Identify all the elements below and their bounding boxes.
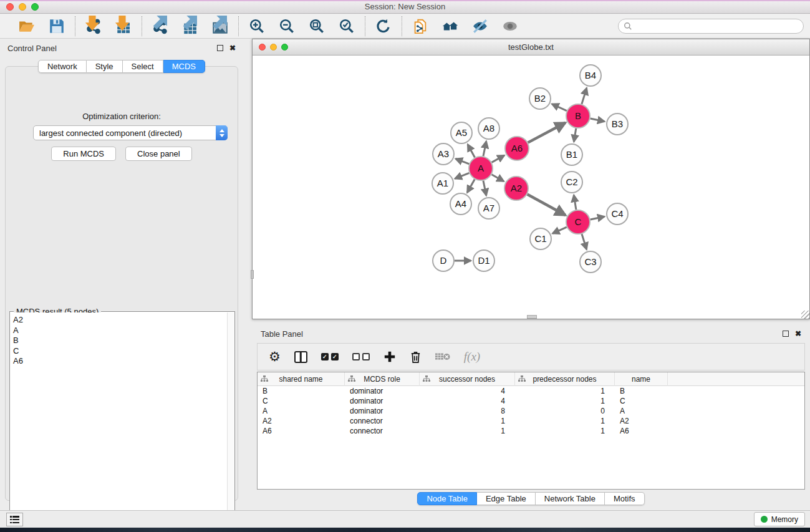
graph-edge-C-C3[interactable] — [582, 234, 587, 249]
function-builder-icon: f(x) — [464, 349, 480, 365]
table-body: Bdominator41BCdominator41CAdominator80AA… — [258, 386, 804, 436]
save-session-icon[interactable] — [47, 17, 66, 36]
float-table-panel-icon[interactable] — [783, 331, 789, 337]
tab-network-table[interactable]: Network Table — [536, 492, 605, 505]
fx-label: f(x) — [464, 350, 480, 364]
result-item[interactable]: A — [13, 326, 224, 336]
table-toolbar: ⚙ ✓✓ f(x) — [257, 343, 805, 370]
tab-node-table[interactable]: Node Table — [417, 492, 477, 505]
zoom-fit-icon[interactable] — [307, 17, 326, 36]
clone-network-icon[interactable] — [411, 17, 430, 36]
close-panel-icon[interactable]: ✖ — [229, 45, 236, 51]
graph-edge-C-C1[interactable] — [552, 227, 567, 233]
graph-node-label: B4 — [585, 70, 596, 80]
window-resize-grip[interactable] — [801, 311, 809, 319]
result-scrollbar[interactable] — [227, 312, 234, 522]
tab-motifs[interactable]: Motifs — [605, 492, 645, 505]
import-network-icon[interactable] — [84, 17, 103, 36]
graph-edge-A-A4[interactable] — [467, 179, 475, 192]
task-history-button[interactable] — [6, 513, 23, 526]
table-row[interactable]: Cdominator41C — [258, 396, 804, 406]
column-header-predecessor-nodes[interactable]: predecessor nodes — [515, 372, 615, 386]
zoom-selected-icon[interactable] — [337, 17, 356, 36]
mcds-result-list[interactable]: A2ABCA6 — [11, 312, 227, 522]
deselect-all-columns-icon[interactable] — [352, 349, 370, 365]
close-panel-button[interactable]: Close panel — [125, 147, 192, 161]
search-input[interactable] — [632, 20, 803, 32]
hide-details-icon[interactable] — [471, 17, 489, 36]
control-panel-tabs: NetworkStyleSelectMCDS — [0, 60, 243, 73]
graph-edge-A-A5[interactable] — [468, 144, 475, 157]
graph-edge-A-A7[interactable] — [483, 181, 486, 196]
graph-edge-A-A8[interactable] — [483, 142, 486, 157]
network-zoom-button[interactable] — [281, 44, 288, 51]
result-item[interactable]: C — [13, 346, 224, 357]
result-item[interactable]: A6 — [13, 356, 224, 367]
mcds-result-group: MCDS result (5 nodes) A2ABCA6 — [9, 311, 235, 523]
graph-edge-A-A6[interactable] — [492, 155, 504, 162]
graph-edge-A-A1[interactable] — [455, 173, 470, 178]
vertical-scrollbar-thumb[interactable] — [251, 270, 254, 279]
zoom-out-icon[interactable] — [277, 17, 296, 36]
export-network-icon[interactable] — [151, 17, 170, 36]
export-image-icon[interactable] — [211, 17, 229, 36]
export-table-icon[interactable] — [181, 17, 200, 36]
column-header-shared-name[interactable]: shared name — [258, 372, 345, 386]
network-close-button[interactable] — [259, 44, 266, 51]
graph-node-label: C — [575, 216, 582, 227]
result-item[interactable]: A2 — [13, 315, 224, 326]
select-all-columns-icon[interactable]: ✓✓ — [321, 349, 339, 365]
graph-edge-C-C4[interactable] — [591, 216, 605, 220]
graph-edge-B-B1[interactable] — [574, 128, 576, 142]
table-settings-icon[interactable]: ⚙ — [269, 349, 281, 365]
table-cell: dominator — [345, 396, 420, 406]
refresh-icon[interactable] — [374, 17, 393, 36]
network-canvas[interactable]: B4B2BB3A5A8A6B1A3AC2A1A2A4A7C4CC1DD1C3 — [253, 56, 809, 314]
graph-edge-B-B2[interactable] — [552, 104, 567, 111]
split-columns-icon[interactable] — [294, 349, 307, 365]
session-title: Session: New Session — [0, 2, 810, 11]
table-row[interactable]: A6connector11A6 — [258, 426, 804, 436]
graph-edge-A6-B[interactable] — [528, 123, 566, 143]
show-details-icon[interactable] — [501, 17, 519, 36]
search-box[interactable] — [618, 19, 804, 34]
column-header-name[interactable]: name — [615, 372, 668, 386]
control-panel: Control Panel ✖ NetworkStyleSelectMCDS O… — [0, 39, 243, 508]
add-column-icon[interactable] — [383, 349, 396, 365]
tab-edge-table[interactable]: Edge Table — [477, 492, 536, 505]
graph-edge-B-B3[interactable] — [591, 118, 605, 122]
open-file-icon[interactable] — [17, 17, 36, 36]
zoom-in-icon[interactable] — [248, 17, 266, 36]
graph-node-label: C3 — [584, 256, 596, 267]
tab-network[interactable]: Network — [38, 60, 87, 73]
tab-select[interactable]: Select — [123, 60, 163, 73]
memory-button[interactable]: Memory — [754, 512, 805, 526]
delete-column-icon[interactable] — [410, 349, 422, 365]
graph-edge-A2-C[interactable] — [528, 195, 566, 215]
optimization-criterion-dropdown[interactable]: largest connected component (directed) — [33, 125, 228, 140]
run-mcds-button[interactable]: Run MCDS — [51, 147, 116, 161]
graph-edge-A-A2[interactable] — [491, 175, 504, 181]
graph-edge-A-A3[interactable] — [456, 159, 470, 164]
result-item[interactable]: B — [13, 336, 224, 346]
graph-edge-B-B4[interactable] — [582, 88, 587, 104]
table-row[interactable]: A2connector11A2 — [258, 416, 804, 426]
horizontal-scrollbar-thumb[interactable] — [527, 315, 537, 319]
float-panel-icon[interactable] — [217, 45, 223, 51]
table-row[interactable]: Adominator80A — [258, 406, 804, 416]
network-minimize-button[interactable] — [270, 44, 277, 51]
import-table-icon[interactable] — [114, 17, 133, 36]
table-cell: 4 — [420, 386, 515, 396]
tab-style[interactable]: Style — [87, 60, 123, 73]
table-cell: A — [615, 406, 668, 416]
column-header-MCDS-role[interactable]: MCDS role — [345, 372, 420, 386]
close-table-panel-icon[interactable]: ✖ — [795, 331, 801, 337]
home-icon[interactable] — [441, 17, 460, 36]
network-window-titlebar[interactable]: testGlobe.txt — [253, 39, 809, 56]
graph-node-label: B3 — [612, 118, 623, 129]
column-header-successor-nodes[interactable]: successor nodes — [420, 372, 515, 386]
tab-mcds[interactable]: MCDS — [163, 60, 205, 73]
table-cell: 1 — [420, 416, 515, 426]
table-row[interactable]: Bdominator41B — [258, 386, 804, 396]
graph-edge-C-C2[interactable] — [574, 195, 576, 210]
